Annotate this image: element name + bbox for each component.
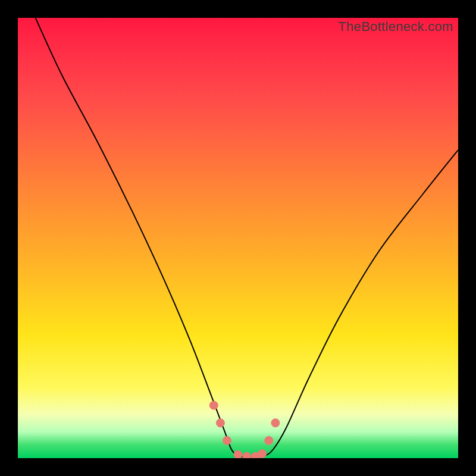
highlight-marker [271, 419, 280, 427]
curve-svg [18, 18, 458, 458]
highlight-marker [265, 436, 273, 444]
highlight-marker [234, 450, 242, 458]
chart-frame: TheBottleneck.com [0, 0, 476, 476]
highlight-marker [209, 401, 218, 409]
highlight-marker [223, 436, 231, 444]
bottleneck-curve [36, 18, 458, 457]
highlight-marker [243, 452, 251, 458]
highlight-marker [216, 419, 224, 427]
highlight-marker [258, 450, 267, 458]
marker-group [209, 401, 280, 458]
plot-area: TheBottleneck.com [18, 18, 458, 458]
